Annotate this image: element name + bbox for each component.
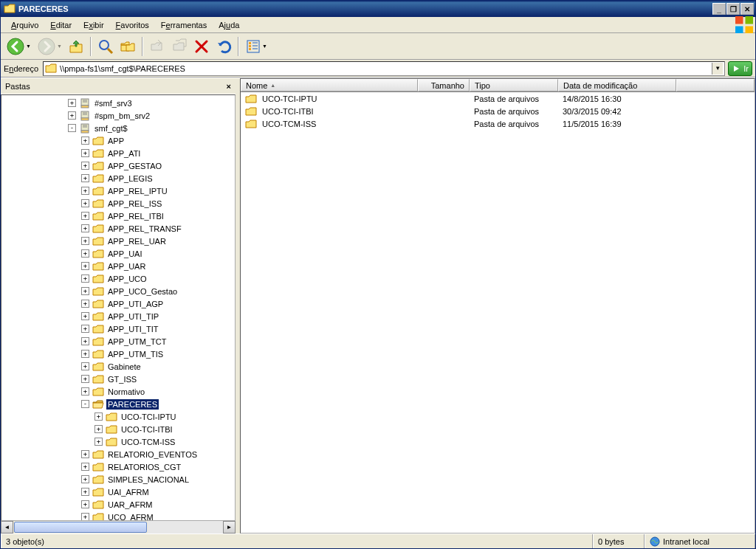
tree-node[interactable]: +GT_ISS bbox=[1, 373, 235, 385]
menu-exibir[interactable]: Exibir bbox=[78, 18, 110, 32]
menu-ajuda[interactable]: Ajuda bbox=[213, 18, 245, 32]
tree-label[interactable]: APP_UTM_TIS bbox=[106, 349, 165, 359]
tree-label[interactable]: UCO_AFRM bbox=[106, 512, 155, 522]
expand-button[interactable]: + bbox=[81, 199, 89, 207]
menu-favoritos[interactable]: Favoritos bbox=[110, 18, 155, 32]
expand-button[interactable]: + bbox=[81, 312, 89, 320]
expand-button[interactable]: + bbox=[81, 513, 89, 521]
folders-panel-close-button[interactable]: × bbox=[227, 82, 231, 91]
tree-node[interactable]: +APP_UAI bbox=[1, 247, 235, 260]
tree-node[interactable]: +APP_LEGIS bbox=[1, 172, 235, 184]
expand-button[interactable]: + bbox=[81, 149, 89, 157]
tree-label[interactable]: APP_UCO_Gestao bbox=[106, 286, 179, 297]
expand-button[interactable]: + bbox=[81, 249, 89, 258]
expand-button[interactable]: + bbox=[94, 425, 103, 433]
up-button[interactable] bbox=[66, 36, 86, 57]
tree-label[interactable]: APP_REL_ITBI bbox=[106, 211, 165, 221]
tree-label[interactable]: smf_cgt$ bbox=[93, 123, 129, 134]
tree-label[interactable]: APP_UTI_TIT bbox=[106, 324, 159, 334]
tree-node[interactable]: +APP_GESTAO bbox=[1, 159, 235, 172]
tree-node[interactable]: +#spm_bm_srv2 bbox=[1, 109, 235, 122]
tree-node[interactable]: +APP_UAR bbox=[1, 260, 235, 272]
expand-button[interactable]: + bbox=[81, 500, 89, 508]
tree-node[interactable]: +RELATORIOS_CGT bbox=[1, 460, 235, 473]
tree-label[interactable]: APP_REL_TRANSF bbox=[106, 224, 183, 234]
copy-to-button[interactable] bbox=[169, 36, 190, 57]
tree-node[interactable]: +UCO-TCI-ITBI bbox=[1, 423, 235, 435]
tree-node[interactable]: +APP_UCO_Gestao bbox=[1, 285, 235, 297]
column-header-tipo[interactable]: Tipo bbox=[470, 79, 558, 92]
column-header-nome[interactable]: Nome▲ bbox=[241, 79, 418, 92]
scroll-left-button[interactable]: ◄ bbox=[1, 521, 13, 534]
expand-button[interactable]: + bbox=[94, 412, 103, 421]
tree-label[interactable]: UCO-TCI-ITBI bbox=[120, 424, 174, 435]
tree-node[interactable]: +APP_UTI_AGP bbox=[1, 297, 235, 310]
expand-button[interactable]: + bbox=[81, 187, 89, 195]
column-header-tamanho[interactable]: Tamanho bbox=[418, 79, 470, 92]
tree-node[interactable]: +SIMPLES_NACIONAL bbox=[1, 473, 235, 486]
tree-node[interactable]: +UAI_AFRM bbox=[1, 486, 235, 498]
tree-node[interactable]: +APP_REL_IPTU bbox=[1, 184, 235, 197]
expand-button[interactable]: + bbox=[81, 337, 89, 345]
expand-button[interactable]: + bbox=[81, 224, 89, 232]
expand-button[interactable]: + bbox=[81, 262, 89, 270]
tree-label[interactable]: RELATORIO_EVENTOS bbox=[106, 449, 199, 460]
tree-label[interactable]: PARECERES bbox=[106, 399, 159, 410]
tree-label[interactable]: APP_REL_ISS bbox=[106, 198, 163, 209]
expand-button[interactable]: + bbox=[81, 237, 89, 245]
expand-button[interactable]: + bbox=[81, 475, 89, 483]
tree-hscroll[interactable]: ◄ ► bbox=[1, 521, 236, 534]
scroll-right-button[interactable]: ► bbox=[223, 521, 236, 534]
tree-node[interactable]: +APP_REL_ITBI bbox=[1, 210, 235, 222]
tree-node[interactable]: +APP_REL_TRANSF bbox=[1, 222, 235, 235]
expand-button[interactable]: + bbox=[81, 137, 89, 145]
file-row[interactable]: UCO-TCM-ISSPasta de arquivos11/5/2015 16… bbox=[241, 117, 755, 130]
column-header-data-de-modificação[interactable]: Data de modificação bbox=[558, 79, 676, 92]
address-combo[interactable]: \\pmpa-fs1\smf_cgt$\PARECERES ▼ bbox=[43, 61, 725, 76]
menu-editar[interactable]: Editar bbox=[44, 18, 78, 32]
minimize-button[interactable]: _ bbox=[712, 3, 726, 15]
expand-button[interactable]: + bbox=[81, 325, 89, 333]
tree-label[interactable]: UAR_AFRM bbox=[106, 500, 154, 510]
collapse-button[interactable]: - bbox=[68, 124, 76, 132]
tree-label[interactable]: RELATORIOS_CGT bbox=[106, 462, 182, 472]
tree-label[interactable]: #smf_srv3 bbox=[93, 98, 134, 108]
expand-button[interactable]: + bbox=[81, 287, 89, 295]
tree-node[interactable]: +APP_UTM_TIS bbox=[1, 348, 235, 360]
back-button[interactable]: ▼ bbox=[4, 36, 33, 57]
tree-node[interactable]: +APP_UTM_TCT bbox=[1, 335, 235, 348]
tree-node[interactable]: +APP_REL_ISS bbox=[1, 197, 235, 210]
expand-button[interactable]: + bbox=[68, 99, 76, 107]
menu-arquivo[interactable]: Arquivo bbox=[5, 18, 44, 32]
delete-button[interactable] bbox=[191, 36, 212, 57]
tree-node[interactable]: +Gabinete bbox=[1, 360, 235, 373]
menu-ferramentas[interactable]: Ferramentas bbox=[155, 18, 213, 32]
tree-node[interactable]: +APP bbox=[1, 134, 235, 147]
tree-node[interactable]: +APP_UTI_TIP bbox=[1, 310, 235, 322]
tree-label[interactable]: APP_UCO bbox=[106, 274, 148, 284]
tree-node[interactable]: -PARECERES bbox=[1, 398, 235, 410]
tree-label[interactable]: UAI_AFRM bbox=[106, 487, 151, 497]
expand-button[interactable]: + bbox=[81, 274, 89, 283]
tree-node[interactable]: +APP_REL_UAR bbox=[1, 235, 235, 247]
tree-label[interactable]: APP_GESTAO bbox=[106, 161, 163, 171]
tree-label[interactable]: Normativo bbox=[106, 387, 146, 397]
tree-label[interactable]: APP_REL_UAR bbox=[106, 236, 168, 246]
undo-button[interactable] bbox=[213, 36, 234, 57]
tree-node[interactable]: +UAR_AFRM bbox=[1, 498, 235, 511]
expand-button[interactable]: + bbox=[81, 212, 89, 220]
search-button[interactable] bbox=[95, 36, 116, 57]
go-button[interactable]: Ir bbox=[728, 61, 752, 76]
tree-node[interactable]: +APP_ATI bbox=[1, 147, 235, 159]
folder-tree[interactable]: +#smf_srv3+#spm_bm_srv2-smf_cgt$+APP+APP… bbox=[1, 94, 236, 521]
tree-node[interactable]: -smf_cgt$ bbox=[1, 122, 235, 134]
scroll-track[interactable] bbox=[148, 521, 223, 534]
expand-button[interactable]: + bbox=[81, 350, 89, 358]
folders-button[interactable] bbox=[117, 36, 138, 57]
expand-button[interactable]: + bbox=[81, 488, 89, 496]
tree-node[interactable]: +Normativo bbox=[1, 385, 235, 398]
expand-button[interactable]: + bbox=[81, 463, 89, 471]
address-dropdown-button[interactable]: ▼ bbox=[712, 63, 723, 75]
tree-label[interactable]: APP_UTI_AGP bbox=[106, 299, 165, 309]
tree-label[interactable]: UCO-TCI-IPTU bbox=[120, 412, 178, 422]
